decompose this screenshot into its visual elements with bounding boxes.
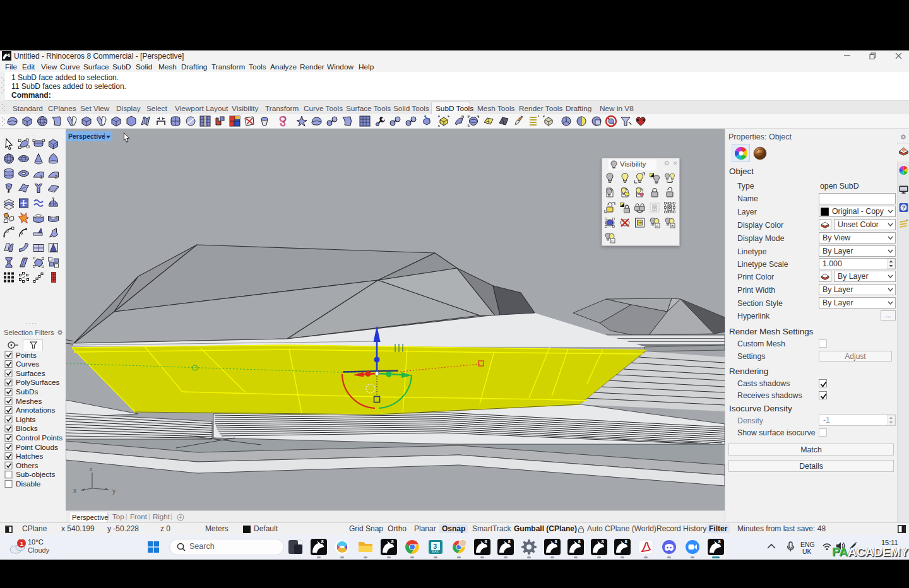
svg-text:3: 3 (434, 543, 437, 550)
svg-text:Disable: Disable (16, 479, 41, 488)
svg-text:Others: Others (16, 461, 39, 470)
svg-text:Point Clouds: Point Clouds (16, 443, 58, 452)
svg-text:Lights: Lights (16, 415, 36, 424)
svg-text:A: A (656, 224, 658, 228)
svg-text:Hatches: Hatches (16, 452, 43, 461)
svg-text:B: B (671, 224, 674, 228)
svg-text:Meshes: Meshes (16, 397, 42, 406)
svg-text:SubDs: SubDs (16, 387, 39, 396)
svg-text:PolySurfaces: PolySurfaces (16, 378, 60, 387)
svg-text:x: x (73, 487, 76, 494)
svg-text:8: 8 (8, 53, 11, 57)
svg-text:UK: UK (802, 548, 812, 555)
svg-text:C: C (611, 239, 614, 243)
svg-text:Control Points: Control Points (16, 433, 62, 442)
svg-text:Blocks: Blocks (16, 424, 38, 433)
svg-text:y: y (112, 488, 116, 495)
svg-text:MAX: MAX (432, 550, 439, 553)
svg-text:Surfaces: Surfaces (16, 369, 45, 378)
svg-text:?: ? (902, 204, 906, 211)
svg-text:z: z (90, 466, 92, 472)
svg-text:Sub-objects: Sub-objects (16, 470, 55, 479)
svg-text:Annotations: Annotations (16, 406, 55, 415)
svg-text:Curves: Curves (16, 360, 39, 368)
svg-text:1: 1 (20, 540, 24, 547)
svg-text:Points: Points (16, 351, 37, 360)
